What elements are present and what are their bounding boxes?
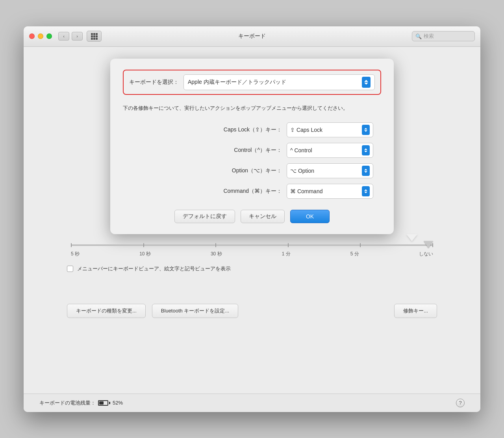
command-stepper-down (364, 192, 367, 193)
grid-button[interactable] (87, 31, 102, 42)
stepper-up-icon (364, 80, 368, 82)
control-stepper-up (364, 148, 367, 150)
ok-button[interactable]: OK (290, 210, 330, 223)
chevron-left-icon: ‹ (63, 34, 65, 39)
slider-label-2: 30 秒 (211, 251, 222, 257)
battery-body (98, 400, 108, 406)
menubar-checkbox-label: メニューバーにキーボードビューア、絵文字と記号ビューアを表示 (77, 265, 231, 272)
modal-description: 下の各修飾キーについて、実行したいアクションをポップアップメニューから選択してく… (123, 104, 381, 113)
control-stepper-down (364, 151, 367, 152)
command-label: Command（⌘）キー： (195, 188, 282, 195)
bottom-buttons: キーボードの種類を変更... Bluetooth キーボードを設定... 修飾キ… (67, 304, 437, 318)
tick-4 (288, 243, 289, 247)
keyboard-stepper[interactable] (362, 77, 371, 88)
option-value: ⌥ Option (290, 168, 314, 174)
option-label: Option（⌥）キー： (195, 167, 282, 174)
option-stepper-down (364, 171, 367, 173)
modifier-row-command: Command（⌘）キー： ⌘ Command (131, 184, 373, 199)
option-stepper[interactable] (362, 166, 370, 176)
setup-bluetooth-button[interactable]: Bluetooth キーボードを設定... (152, 304, 238, 318)
slider-label-0: 5 秒 (71, 251, 80, 257)
capslock-select[interactable]: ⇪ Caps Lock (287, 122, 373, 137)
control-label: Control（^）キー： (195, 147, 282, 154)
slider-track-area[interactable] (71, 241, 433, 249)
battery-icon (98, 400, 110, 406)
menubar-checkbox[interactable] (67, 266, 73, 272)
battery-tip (109, 402, 110, 404)
slider-section: 5 秒 10 秒 30 秒 1 分 5 分 しない (67, 241, 437, 257)
close-button[interactable] (29, 33, 35, 39)
checkbox-row: メニューバーにキーボードビューア、絵文字と記号ビューアを表示 (67, 265, 437, 272)
window-title: キーボード (238, 33, 266, 40)
cancel-button[interactable]: キャンセル (241, 210, 285, 223)
keyboard-selector-row: キーボードを選択： Apple 内蔵キーボード／トラックパッド (123, 70, 381, 95)
modal-button-row: デフォルトに戻す キャンセル OK (123, 210, 381, 223)
capslock-stepper-up (364, 128, 367, 129)
maximize-button[interactable] (46, 33, 52, 39)
command-stepper-up (364, 189, 367, 191)
tick-5 (360, 243, 361, 247)
capslock-stepper-down (364, 130, 367, 132)
slider-thumb (424, 241, 433, 248)
reset-button[interactable]: デフォルトに戻す (174, 210, 235, 223)
slider-label-3: 1 分 (282, 251, 291, 257)
slider-ticks (71, 241, 433, 249)
search-input[interactable]: 検索 (424, 33, 434, 40)
modifier-rows: Caps Lock（⇪）キー： ⇪ Caps Lock Control（^）キー… (123, 122, 381, 199)
status-bar: キーボードの電池残量： 52% ? (24, 394, 480, 412)
forward-button[interactable]: › (72, 32, 83, 41)
change-keyboard-type-button[interactable]: キーボードの種類を変更... (67, 304, 146, 318)
nav-buttons: ‹ › (58, 32, 83, 41)
battery-label: キーボードの電池残量： (39, 399, 96, 407)
below-modal: 5 秒 10 秒 30 秒 1 分 5 分 しない メニューバーにキーボードビュ… (67, 241, 437, 318)
chevron-right-icon: › (76, 34, 78, 39)
slider-label-1: 10 秒 (139, 251, 151, 257)
battery-fill (99, 401, 104, 405)
tick-3 (215, 243, 216, 247)
search-box[interactable]: 🔍 検索 (412, 31, 475, 41)
modifier-keys-modal: キーボードを選択： Apple 内蔵キーボード／トラックパッド 下の各修飾キーに… (110, 59, 394, 235)
option-select[interactable]: ⌥ Option (287, 163, 373, 178)
traffic-lights (29, 33, 52, 39)
main-window: ‹ › キーボード 🔍 検索 キーボードを選択： (24, 26, 480, 412)
help-button[interactable]: ? (456, 399, 465, 407)
keyboard-select-value: Apple 内蔵キーボード／トラックパッド (188, 79, 286, 86)
capslock-value: ⇪ Caps Lock (290, 127, 322, 133)
grid-icon (91, 33, 98, 40)
minimize-button[interactable] (38, 33, 43, 39)
modifier-row-option: Option（⌥）キー： ⌥ Option (131, 163, 373, 178)
command-stepper[interactable] (362, 186, 370, 196)
command-value: ⌘ Command (290, 188, 322, 194)
stepper-down-icon (364, 83, 368, 85)
keyboard-selector-label: キーボードを選択： (129, 79, 179, 86)
battery-percent: 52% (113, 400, 123, 406)
capslock-label: Caps Lock（⇪）キー： (195, 126, 282, 133)
control-stepper[interactable] (362, 145, 370, 155)
option-stepper-up (364, 169, 367, 170)
modifier-keys-button[interactable]: 修飾キー... (394, 304, 437, 318)
modifier-row-capslock: Caps Lock（⇪）キー： ⇪ Caps Lock (131, 122, 373, 137)
titlebar: ‹ › キーボード 🔍 検索 (24, 26, 480, 47)
slider-label-5: しない (419, 251, 433, 257)
modal-content-area: キーボードを選択： Apple 内蔵キーボード／トラックパッド 下の各修飾キーに… (39, 59, 465, 318)
tick-2 (143, 243, 144, 247)
keyboard-select-dropdown[interactable]: Apple 内蔵キーボード／トラックパッド (183, 74, 375, 90)
content-area: キーボードを選択： Apple 内蔵キーボード／トラックパッド 下の各修飾キーに… (24, 47, 480, 394)
tick-1 (71, 243, 72, 247)
command-select[interactable]: ⌘ Command (287, 184, 373, 199)
back-button[interactable]: ‹ (58, 32, 69, 41)
capslock-stepper[interactable] (362, 125, 370, 135)
slider-label-4: 5 分 (350, 251, 359, 257)
control-value: ^ Control (290, 147, 312, 153)
search-icon: 🔍 (415, 33, 422, 39)
tooltip-arrow (406, 234, 417, 241)
control-select[interactable]: ^ Control (287, 143, 373, 158)
question-mark-icon: ? (459, 400, 461, 406)
slider-labels: 5 秒 10 秒 30 秒 1 分 5 分 しない (71, 251, 433, 257)
modifier-row-control: Control（^）キー： ^ Control (131, 143, 373, 158)
